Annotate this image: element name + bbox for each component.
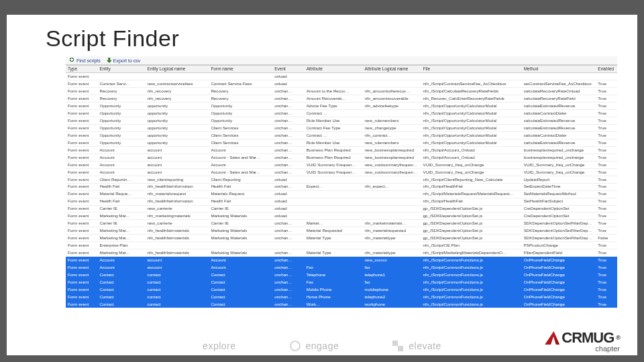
table-cell: onchan… <box>272 235 304 242</box>
table-row[interactable]: Form eventContactcontactContactonchan…Mo… <box>66 286 617 294</box>
table-cell: Form event <box>66 249 97 257</box>
table-row[interactable]: Form eventMarketing Mat…nfn_healthfairma… <box>66 235 617 242</box>
table-cell: FilterDependentField <box>522 249 596 257</box>
table-cell: Health Fair <box>209 183 272 190</box>
col-header[interactable]: Event <box>272 66 304 73</box>
table-cell: True <box>596 264 617 272</box>
table-cell: nfn_/Script/CommonFunctions.js <box>421 300 522 308</box>
table-row[interactable]: Form eventMaterial Reque…nfn_materialsre… <box>66 190 617 198</box>
table-cell: onchan… <box>272 161 304 168</box>
col-header[interactable]: File <box>421 66 522 73</box>
table-cell: Advice Fee Type <box>305 103 363 110</box>
table-row[interactable]: Form eventOpportunityopportunityOpportun… <box>66 117 617 125</box>
table-row[interactable]: Form eventOpportunityopportunityOpportun… <box>66 110 617 117</box>
table-row[interactable]: Form eventRecoverynfn_recoveryRecoveryon… <box>66 88 617 95</box>
table-row[interactable]: Form eventAccountaccountAccount - Sales … <box>66 168 617 176</box>
col-header[interactable]: Form name <box>209 66 272 73</box>
table-row[interactable]: Form eventOpportunityopportunityOpportun… <box>66 103 617 110</box>
table-row[interactable]: Form eventEnterprise Plannfn_/Script/OE … <box>66 242 617 249</box>
col-header[interactable]: Type <box>66 66 97 73</box>
table-row[interactable]: Form eventContactcontactContactonchan…Wo… <box>66 300 617 308</box>
col-header[interactable]: Attribute <box>305 66 363 73</box>
table-row[interactable]: Form eventMarketing Mat…nfn_healthfairma… <box>66 249 617 257</box>
col-header[interactable]: Method <box>522 66 596 73</box>
table-cell: new_clientreporting <box>146 176 209 183</box>
table-row[interactable]: Form eventAccountaccountAccount - Sales … <box>66 154 617 161</box>
table-row[interactable]: Form eventAccountaccountAccountonchan…VU… <box>66 161 617 168</box>
export-csv-button[interactable]: Export to csv <box>105 58 142 63</box>
table-row[interactable]: Form eventAccountaccountAccountonchan…ne… <box>66 257 617 264</box>
table-cell: account <box>146 264 209 272</box>
table-cell: Material Type <box>305 235 363 242</box>
table-cell: VUID_Summary_freq_onChange <box>522 168 596 176</box>
results-table[interactable]: TypeEntityEntity Logical nameForm nameEv… <box>66 65 617 308</box>
table-cell: onchan… <box>272 103 304 110</box>
table-cell: onchan… <box>272 257 304 264</box>
table-row[interactable]: Form eventMarketing Mat…nfn_marketingmat… <box>66 213 617 220</box>
table-cell: Material Requested <box>305 227 363 235</box>
table-cell: onchan… <box>272 131 304 139</box>
table-cell: Account <box>97 161 145 168</box>
table-cell: Form event <box>66 220 97 227</box>
table-cell: Form event <box>66 95 97 103</box>
table-cell: Materials Request <box>209 190 272 198</box>
table-cell: nfn_/Script/HealthFair <box>421 198 522 205</box>
table-cell: Amount to the Recov… <box>305 88 363 95</box>
table-cell: nfn_/Script/Opportunity/CalculatorModal <box>421 139 522 146</box>
table-cell: Health Fair <box>97 183 145 190</box>
table-row[interactable]: Form eventAccountaccountAccountonchan…Bu… <box>66 146 617 154</box>
table-cell: gp_/SDKDependentOptionSet.js <box>421 213 522 220</box>
table-row[interactable]: Form eventHealth Fairnfn_healthfairinfor… <box>66 183 617 190</box>
table-cell <box>209 242 272 249</box>
table-row[interactable]: Form eventCarrier IEnew_carrierieCarrier… <box>66 205 617 213</box>
table-cell: nfn_/Script/CommonFunctions.js <box>421 279 522 286</box>
table-row[interactable]: Form eventRecoverynfn_recoveryRecoveryon… <box>66 95 617 103</box>
table-cell <box>305 242 363 249</box>
export-icon <box>107 58 112 63</box>
find-scripts-button[interactable]: Find scripts <box>68 58 103 63</box>
table-row[interactable]: Form eventContract Servi…new_contractser… <box>66 80 617 88</box>
table-cell: gp_/SDKDependentOptionSet.js <box>421 220 522 227</box>
table-cell: SDKDependentOptionSetFilterDependentFiel… <box>522 227 596 235</box>
table-cell: SDKDependentOptionSetFilterDependentFiel… <box>522 220 596 227</box>
table-cell: onchan… <box>272 220 304 227</box>
table-cell: Contract … <box>305 110 363 117</box>
table-cell: Contract Fee Type <box>305 125 363 132</box>
table-cell: True <box>596 293 617 300</box>
table-cell: nfn_/Script/Opportunity/CalculatorModal <box>421 125 522 132</box>
table-cell: OnPhoneFieldChange <box>522 293 596 300</box>
table-row[interactable]: Form eventOpportunityopportunityClient S… <box>66 131 617 139</box>
table-row[interactable]: Form eventContactcontactContactonchan…Ho… <box>66 293 617 300</box>
table-cell: True <box>596 249 617 257</box>
table-cell: onchan… <box>272 154 304 161</box>
table-row[interactable]: Form eventHealth Fairnfn_healthfairinfor… <box>66 198 617 205</box>
table-cell: Recovery <box>97 88 145 95</box>
table-cell: nfn_amountrecoverable <box>363 95 421 103</box>
col-header[interactable]: Attribute Logical name <box>363 66 421 73</box>
col-header[interactable]: Entity <box>97 66 145 73</box>
table-cell: onchan… <box>272 249 304 257</box>
table-row[interactable]: Form eventCarrier IEnew_carrierieCarrier… <box>66 220 617 227</box>
col-header[interactable]: Entity Logical name <box>146 66 209 73</box>
col-header[interactable]: Enabled <box>596 66 617 73</box>
table-row[interactable]: Form eventMarketing Mat…nfn_healthfairma… <box>66 227 617 235</box>
table-cell <box>305 257 363 264</box>
table-cell: nfn_/Script/OE Plan <box>421 242 522 249</box>
table-row[interactable]: Form eventClient Reportin…new_clientrepo… <box>66 176 617 183</box>
table-row[interactable]: Form eventContactcontactContactonchan…Fa… <box>66 279 617 286</box>
find-scripts-label: Find scripts <box>76 58 101 63</box>
table-cell: True <box>596 300 617 308</box>
table-cell: new_changetype <box>363 125 421 132</box>
table-cell: Form event <box>66 198 97 205</box>
table-cell: new_xxxxxx <box>363 257 421 264</box>
table-cell: new_vuidsummaryfrequen… <box>363 161 421 168</box>
table-cell: VUID_Summary_freq_onChange <box>421 161 522 168</box>
table-row[interactable]: Form eventonload <box>66 73 617 80</box>
table-row[interactable]: Form eventContactcontactContactonchan…Te… <box>66 272 617 279</box>
table-cell: Form event <box>66 161 97 168</box>
table-row[interactable]: Form eventAccountaccountAccountonchan…Fa… <box>66 264 617 272</box>
table-cell: True <box>596 213 617 220</box>
table-row[interactable]: Form eventOpportunityopportunityClient S… <box>66 139 617 146</box>
table-row[interactable]: Form eventOpportunityopportunityClient S… <box>66 125 617 132</box>
table-header-row[interactable]: TypeEntityEntity Logical nameForm nameEv… <box>66 66 617 73</box>
